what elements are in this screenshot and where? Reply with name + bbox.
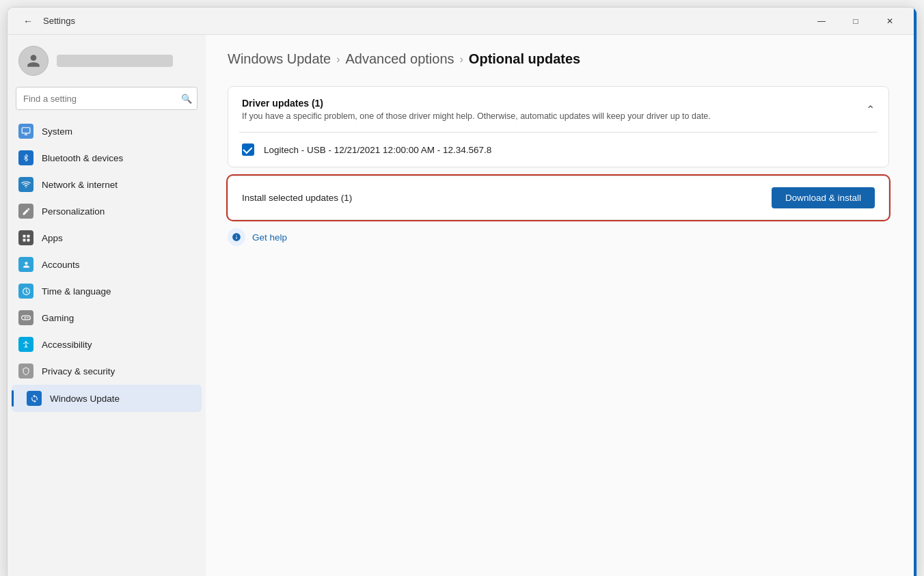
sidebar-label-gaming: Gaming [42,313,74,323]
sidebar-item-accounts[interactable]: Accounts [12,251,202,277]
driver-label: Logitech - USB - 12/21/2021 12:00:00 AM … [264,145,491,155]
personalization-icon [18,204,33,219]
time-icon [18,284,33,299]
sidebar-label-accounts: Accounts [42,260,80,270]
window-controls: — □ ✕ [806,10,906,32]
back-button[interactable]: ← [18,12,38,31]
sidebar-item-apps[interactable]: Apps [12,225,202,251]
driver-checkbox[interactable] [242,143,254,156]
breadcrumb: Windows Update › Advanced options › Opti… [228,51,889,67]
sidebar-item-personalization[interactable]: Personalization [12,198,202,224]
profile-name [57,55,173,67]
sidebar-item-update[interactable]: Windows Update [12,385,202,412]
sidebar-item-privacy[interactable]: Privacy & security [12,358,202,384]
breadcrumb-link-advanced-options[interactable]: Advanced options [346,51,454,67]
sidebar-label-network: Network & internet [42,180,118,190]
system-icon [18,124,33,139]
breadcrumb-link-windows-update[interactable]: Windows Update [228,51,331,67]
driver-updates-desc: If you have a specific problem, one of t… [242,111,711,121]
driver-updates-section: Driver updates (1) If you have a specifi… [228,86,889,167]
svg-point-7 [25,341,27,342]
svg-rect-0 [22,128,30,133]
sidebar-label-update: Windows Update [50,394,120,404]
install-bar-label: Install selected updates (1) [242,193,352,203]
driver-item: Logitech - USB - 12/21/2021 12:00:00 AM … [228,133,888,167]
driver-updates-header-left: Driver updates (1) If you have a specifi… [242,98,711,121]
svg-rect-4 [27,238,29,241]
sidebar-item-accessibility[interactable]: Accessibility [12,331,202,357]
search-box: 🔍 [16,87,198,110]
sidebar-label-accessibility: Accessibility [42,340,92,350]
content-area: Windows Update › Advanced options › Opti… [206,35,916,576]
privacy-icon [18,364,33,379]
driver-updates-header[interactable]: Driver updates (1) If you have a specifi… [228,87,888,132]
sidebar-item-time[interactable]: Time & language [12,278,202,304]
svg-rect-1 [23,234,25,237]
sidebar-label-bluetooth: Bluetooth & devices [42,153,123,163]
sidebar-label-apps: Apps [42,233,63,243]
chevron-up-icon: ⌃ [866,103,875,116]
content-inner: Windows Update › Advanced options › Opti… [206,35,916,576]
sidebar-item-network[interactable]: Network & internet [12,172,202,197]
accounts-icon [18,257,33,272]
settings-window: ← Settings — □ ✕ 🔍 [7,7,917,576]
search-icon: 🔍 [181,94,192,104]
profile-section [8,35,206,84]
svg-rect-3 [23,238,25,241]
sidebar-label-privacy: Privacy & security [42,366,115,376]
titlebar-title: Settings [43,16,806,26]
close-button[interactable]: ✕ [874,10,906,32]
download-install-button[interactable]: Download & install [772,187,875,208]
titlebar: ← Settings — □ ✕ [8,8,916,35]
gaming-icon [18,310,33,325]
main-layout: 🔍 System Bluetooth & devices [8,35,916,576]
get-help-link[interactable]: Get help [252,232,287,243]
sidebar-item-bluetooth[interactable]: Bluetooth & devices [12,145,202,171]
search-input[interactable] [16,87,198,110]
install-bar: Install selected updates (1) Download & … [228,176,889,220]
breadcrumb-sep-1: › [336,53,340,66]
sidebar-label-time: Time & language [42,286,111,297]
update-icon [27,391,42,406]
get-help-icon [228,228,245,246]
breadcrumb-current: Optional updates [469,51,580,67]
svg-rect-2 [27,234,29,237]
sidebar-label-personalization: Personalization [42,206,105,217]
breadcrumb-sep-2: › [460,53,463,66]
sidebar-item-system[interactable]: System [12,118,202,144]
sidebar-item-gaming[interactable]: Gaming [12,305,202,331]
maximize-button[interactable]: □ [840,10,871,32]
sidebar-nav: System Bluetooth & devices Network & int… [8,118,206,412]
driver-updates-title: Driver updates (1) [242,98,711,109]
minimize-button[interactable]: — [806,10,837,32]
accessibility-icon [18,337,33,352]
active-indicator [12,390,14,407]
sidebar: 🔍 System Bluetooth & devices [8,35,206,576]
get-help-row: Get help [228,228,889,246]
apps-icon [18,230,33,245]
avatar[interactable] [18,46,49,76]
bluetooth-icon [18,150,33,165]
network-icon [18,177,33,192]
sidebar-label-system: System [42,126,72,137]
